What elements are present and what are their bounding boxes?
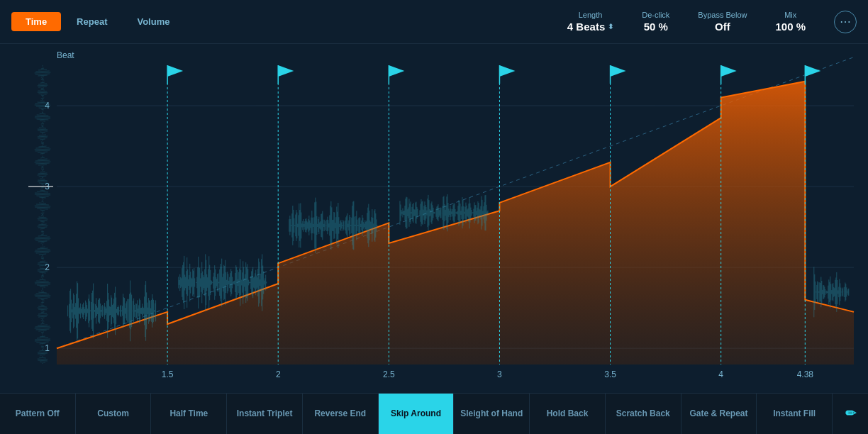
mix-label: Mix [784, 11, 796, 19]
declick-control: De-click 50 % [642, 11, 669, 33]
header: Time Repeat Volume Length 4 Beats ⬍ De-c… [0, 0, 868, 44]
tab-volume[interactable]: Volume [123, 12, 184, 31]
length-value[interactable]: 4 Beats ⬍ [567, 21, 613, 33]
bypass-label: Bypass Below [698, 11, 747, 19]
tab-group: Time Repeat Volume [11, 12, 184, 31]
tab-instant-triplet[interactable]: Instant Triplet [227, 394, 303, 434]
declick-label: De-click [642, 11, 669, 19]
declick-value[interactable]: 50 % [644, 21, 668, 33]
tab-hold-back[interactable]: Hold Back [530, 394, 606, 434]
tab-skip-around[interactable]: Skip Around [379, 394, 455, 434]
tab-sleight-of-hand[interactable]: Sleight of Hand [454, 394, 530, 434]
bottom-bar: Pattern Off Custom Half Time Instant Tri… [0, 393, 868, 434]
bypass-value[interactable]: Off [715, 21, 730, 33]
header-controls: Length 4 Beats ⬍ De-click 50 % Bypass Be… [567, 11, 857, 33]
mix-value[interactable]: 100 % [775, 21, 806, 33]
mix-control: Mix 100 % [775, 11, 806, 33]
length-control: Length 4 Beats ⬍ [567, 11, 613, 33]
tab-repeat[interactable]: Repeat [62, 12, 121, 31]
tab-reverse-end[interactable]: Reverse End [303, 394, 379, 434]
main-chart-area [0, 44, 868, 393]
tab-custom[interactable]: Custom [76, 394, 152, 434]
length-arrow: ⬍ [608, 23, 613, 30]
length-label: Length [579, 11, 603, 19]
chart-canvas[interactable] [0, 44, 868, 393]
tab-half-time[interactable]: Half Time [151, 394, 227, 434]
tab-pattern-off[interactable]: Pattern Off [0, 394, 76, 434]
pencil-icon: ✏ [845, 406, 856, 422]
more-button[interactable]: ⋯ [834, 11, 857, 33]
tab-instant-fill[interactable]: Instant Fill [757, 394, 833, 434]
tab-pencil[interactable]: ✏ [833, 394, 868, 434]
tab-scratch-back[interactable]: Scratch Back [606, 394, 681, 434]
tab-time[interactable]: Time [11, 12, 61, 31]
bypass-control: Bypass Below Off [698, 11, 747, 33]
tab-gate-repeat[interactable]: Gate & Repeat [681, 394, 757, 434]
